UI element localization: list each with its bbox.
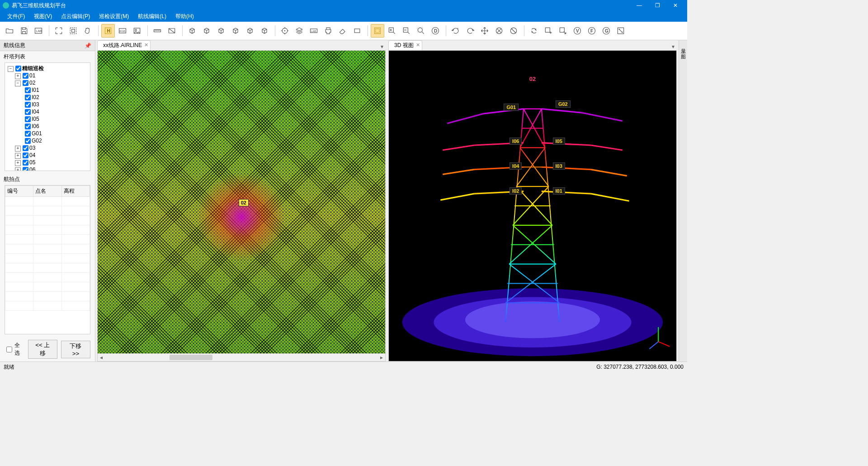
- point-label-I03[interactable]: I03: [553, 162, 565, 170]
- pin-icon[interactable]: 📌: [85, 43, 91, 49]
- tree-label-05[interactable]: 05: [29, 159, 35, 166]
- table-row[interactable]: [5, 244, 90, 254]
- letter-g-icon[interactable]: G: [599, 24, 613, 38]
- menu-item-5[interactable]: 帮助(H): [171, 12, 198, 21]
- cube-iso-icon[interactable]: [258, 24, 271, 38]
- tree-check-03[interactable]: [23, 145, 28, 151]
- lab-box-icon[interactable]: LAB: [307, 24, 321, 38]
- table-row[interactable]: [5, 282, 90, 292]
- tab-airline[interactable]: xx线路.AIRLINE ✕: [97, 40, 151, 50]
- tree-check-01[interactable]: [23, 73, 28, 79]
- cube-back-icon[interactable]: [200, 24, 213, 38]
- tree-label-04[interactable]: 04: [29, 152, 35, 158]
- zoom-out-box-icon[interactable]: [400, 24, 413, 38]
- rect-icon[interactable]: [350, 24, 364, 38]
- layers-icon[interactable]: [292, 24, 306, 38]
- fit-selection-icon[interactable]: [66, 24, 80, 38]
- table-row[interactable]: [5, 197, 90, 206]
- letter-f-icon[interactable]: F: [585, 24, 599, 38]
- search-box-icon[interactable]: [414, 24, 428, 38]
- photo-col-0[interactable]: 编号: [5, 186, 33, 197]
- measure-dist-icon[interactable]: [151, 24, 164, 38]
- frame-plus-icon[interactable]: [542, 24, 555, 38]
- tree-check-02-G01[interactable]: [25, 131, 31, 137]
- close-button[interactable]: ✕: [666, 0, 684, 11]
- photo-col-1[interactable]: 点名: [33, 186, 61, 197]
- select-box-icon[interactable]: [371, 24, 384, 38]
- tree-check-04[interactable]: [23, 152, 28, 158]
- menu-item-1[interactable]: 视图(V): [29, 12, 57, 21]
- tree-check-02[interactable]: [23, 80, 28, 86]
- menu-item-3[interactable]: 巡检设置(M): [94, 12, 133, 21]
- tree-check-02-I05[interactable]: [25, 116, 31, 122]
- scroll-left-icon[interactable]: ◂: [98, 354, 105, 361]
- move-up-button[interactable]: << 上移: [28, 340, 57, 359]
- move-down-button[interactable]: 下移 >>: [61, 341, 90, 358]
- pan-icon[interactable]: [81, 24, 94, 38]
- color-rgb-icon[interactable]: RGB: [116, 24, 129, 38]
- tree-toggle-04[interactable]: +: [15, 153, 21, 159]
- select-all-checkbox[interactable]: 全选: [5, 342, 24, 357]
- table-row[interactable]: [5, 225, 90, 235]
- color-image-icon[interactable]: [130, 24, 144, 38]
- tab-dropdown-icon[interactable]: ▾: [670, 43, 677, 50]
- maximize-button[interactable]: ❐: [648, 0, 666, 11]
- close-icon[interactable]: ✕: [416, 42, 420, 48]
- menu-item-4[interactable]: 航线编辑(L): [133, 12, 171, 21]
- table-row[interactable]: [5, 235, 90, 244]
- snap-icon[interactable]: [614, 24, 627, 38]
- menu-item-2[interactable]: 点云编辑(P): [57, 12, 94, 21]
- point-label-I02[interactable]: I02: [509, 187, 522, 195]
- point-label-G02[interactable]: G02: [556, 100, 571, 108]
- tree-label-01[interactable]: 01: [29, 72, 35, 79]
- tower-tree[interactable]: −精细巡检+01−02I01I02I03I04I05I06G01G02+03+0…: [5, 62, 90, 171]
- tab-dropdown-icon[interactable]: ▾: [378, 43, 386, 50]
- tree-label-02-I05[interactable]: I05: [32, 116, 39, 122]
- measure-area-icon[interactable]: [165, 24, 179, 38]
- map-scrollbar[interactable]: ◂ ▸: [97, 354, 386, 361]
- scroll-right-icon[interactable]: ▸: [378, 354, 385, 361]
- fit-extent-icon[interactable]: [52, 24, 66, 38]
- photo-col-2[interactable]: 高程: [61, 186, 90, 197]
- tree-label-02-G02[interactable]: G02: [32, 138, 42, 144]
- cube-left-icon[interactable]: [214, 24, 228, 38]
- tree-label-03[interactable]: 03: [29, 145, 35, 151]
- tree-label-02-I04[interactable]: I04: [32, 109, 39, 115]
- table-row[interactable]: [5, 263, 90, 273]
- tree-label-02-I01[interactable]: I01: [32, 87, 39, 93]
- photo-table[interactable]: 编号点名高程: [5, 185, 90, 311]
- tree-check-02-I02[interactable]: [25, 95, 31, 100]
- frame-arrow-icon[interactable]: [556, 24, 570, 38]
- tree-label-02[interactable]: 02: [29, 80, 35, 86]
- target-icon[interactable]: [278, 24, 292, 38]
- menu-item-0[interactable]: 文件(F): [3, 12, 29, 21]
- tree-label-02-I02[interactable]: I02: [32, 94, 39, 100]
- table-row[interactable]: [5, 206, 90, 216]
- letter-d-icon[interactable]: D: [429, 24, 442, 38]
- point-label-G01[interactable]: G01: [504, 104, 519, 111]
- table-row[interactable]: [5, 254, 90, 263]
- cube-right-icon[interactable]: [229, 24, 242, 38]
- point-label-I04[interactable]: I04: [509, 162, 522, 170]
- table-row[interactable]: [5, 216, 90, 225]
- point-label-I01[interactable]: I01: [553, 187, 565, 195]
- map-canvas[interactable]: 02: [97, 50, 386, 354]
- tree-toggle-02[interactable]: −: [15, 81, 21, 86]
- vertical-tab-0[interactable]: 显示: [680, 42, 687, 48]
- lab-icon[interactable]: LAB: [32, 24, 45, 38]
- tree-toggle-05[interactable]: +: [15, 160, 21, 166]
- tree-check-05[interactable]: [23, 160, 28, 166]
- open-file-icon[interactable]: [3, 24, 16, 38]
- tab-3dview[interactable]: 3D 视图 ✕: [388, 40, 422, 50]
- close-icon[interactable]: ✕: [144, 42, 148, 48]
- zoom-in-box-icon[interactable]: [385, 24, 399, 38]
- map-marker-02[interactable]: 02: [239, 199, 249, 206]
- point-label-I05[interactable]: I05: [553, 138, 565, 145]
- tree-check-06[interactable]: [23, 167, 28, 171]
- tree-toggle-01[interactable]: +: [15, 73, 21, 79]
- cube-top-icon[interactable]: [243, 24, 257, 38]
- tree-toggle-06[interactable]: +: [15, 167, 21, 171]
- cube-front-icon[interactable]: [185, 24, 199, 38]
- tree-toggle-03[interactable]: +: [15, 146, 21, 152]
- tree-check-02-I06[interactable]: [25, 124, 31, 129]
